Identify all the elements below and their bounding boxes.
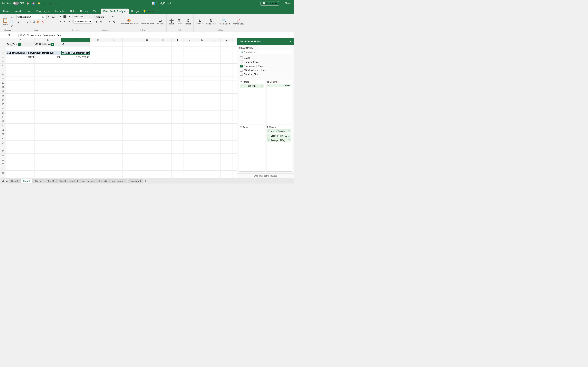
cell-j2[interactable] xyxy=(184,47,196,50)
cell-h2[interactable] xyxy=(155,47,172,50)
value-count-post[interactable]: ⠿ Count of Post_T... ⓘ xyxy=(267,134,291,138)
cell-k26[interactable] xyxy=(196,149,208,153)
cell-f1[interactable] xyxy=(122,42,139,46)
cell-e14[interactable] xyxy=(106,98,122,102)
cell-h10[interactable] xyxy=(155,81,172,85)
field-3s-checkbox[interactable] xyxy=(240,69,243,72)
cell-m28[interactable] xyxy=(221,158,233,162)
cell-a25[interactable] xyxy=(6,145,35,149)
cell-k11[interactable] xyxy=(196,85,208,89)
cell-i12[interactable] xyxy=(172,89,184,93)
copy-button[interactable]: 📄 xyxy=(9,20,14,24)
cell-c31[interactable] xyxy=(61,171,90,175)
sheet-tab-sheet3[interactable]: Sheet3 xyxy=(56,179,68,183)
cell-a29[interactable] xyxy=(6,162,35,166)
cell-d20[interactable] xyxy=(90,124,106,128)
currency-button[interactable]: $ xyxy=(95,20,99,24)
cell-b1[interactable]: (Multiple Items) ▾ xyxy=(35,42,61,46)
field-duration-checkbox[interactable] xyxy=(240,60,243,63)
cell-m5[interactable] xyxy=(221,59,233,63)
cell-n31[interactable] xyxy=(233,171,237,175)
cell-f7[interactable] xyxy=(122,68,139,72)
decrease-decimal-button[interactable]: .00↓ xyxy=(112,20,117,24)
cell-l9[interactable] xyxy=(208,76,221,81)
cell-g32[interactable] xyxy=(139,175,155,178)
cell-n13[interactable] xyxy=(233,94,237,98)
analyse-data-button[interactable]: 📈 Analyse Data xyxy=(232,16,245,27)
font-name-input[interactable] xyxy=(16,15,39,19)
cell-d6[interactable] xyxy=(90,64,106,68)
cell-h4[interactable] xyxy=(155,55,172,59)
cell-g8[interactable] xyxy=(139,72,155,76)
tab-design[interactable]: Design xyxy=(129,8,141,14)
cell-e20[interactable] xyxy=(106,124,122,128)
cut-button[interactable]: ✂ xyxy=(9,16,14,19)
cell-a8[interactable] xyxy=(6,72,35,76)
cell-e28[interactable] xyxy=(106,158,122,162)
autosave-pill[interactable] xyxy=(13,2,19,5)
cell-h6[interactable] xyxy=(155,64,172,68)
cell-c17[interactable] xyxy=(61,111,90,115)
cell-k25[interactable] xyxy=(196,145,208,149)
cell-k8[interactable] xyxy=(196,72,208,76)
delete-button[interactable]: 🗑 Delete xyxy=(176,16,183,27)
cell-d28[interactable] xyxy=(90,158,106,162)
cell-h11[interactable] xyxy=(155,85,172,89)
cell-f31[interactable] xyxy=(122,171,139,175)
cell-l30[interactable] xyxy=(208,166,221,170)
cell-k10[interactable] xyxy=(196,81,208,85)
cell-g5[interactable] xyxy=(139,59,155,63)
comma-button[interactable]: , xyxy=(104,20,108,24)
cell-a17[interactable] xyxy=(6,111,35,115)
cell-c30[interactable] xyxy=(61,166,90,170)
cell-e9[interactable] xyxy=(106,76,122,81)
cell-f23[interactable] xyxy=(122,136,139,141)
filter-dropdown-a1[interactable]: ▾ xyxy=(18,43,21,46)
cell-k27[interactable] xyxy=(196,154,208,158)
cell-b23[interactable] xyxy=(35,136,61,141)
field-duration-bins[interactable]: Duration_Bins xyxy=(239,72,292,76)
cell-g23[interactable] xyxy=(139,136,155,141)
redo-btn[interactable]: ↪ xyxy=(54,1,58,5)
cell-d24[interactable] xyxy=(90,141,106,145)
cell-d19[interactable] xyxy=(90,119,106,123)
cell-k15[interactable] xyxy=(196,102,208,106)
cell-h17[interactable] xyxy=(155,111,172,115)
sheet-tab-age-gender[interactable]: age_gender xyxy=(80,179,97,183)
cell-n5[interactable] xyxy=(233,59,237,63)
cell-n11[interactable] xyxy=(233,85,237,89)
cell-e5[interactable] xyxy=(106,59,122,63)
cell-g29[interactable] xyxy=(139,162,155,166)
cell-d9[interactable] xyxy=(90,76,106,81)
cell-b21[interactable] xyxy=(35,128,61,132)
cell-c13[interactable] xyxy=(61,94,90,98)
cell-h24[interactable] xyxy=(155,141,172,145)
cell-n21[interactable] xyxy=(233,128,237,132)
cell-h18[interactable] xyxy=(155,115,172,119)
cell-a24[interactable] xyxy=(6,141,35,145)
cell-f15[interactable] xyxy=(122,102,139,106)
cell-a30[interactable] xyxy=(6,166,35,170)
cell-i1[interactable] xyxy=(172,42,184,46)
cell-h14[interactable] xyxy=(155,98,172,102)
tab-data[interactable]: Data xyxy=(68,8,78,14)
cell-f4[interactable] xyxy=(122,55,139,59)
cell-j15[interactable] xyxy=(184,102,196,106)
cell-l31[interactable] xyxy=(208,171,221,175)
filter-dropdown-b1[interactable]: ▾ xyxy=(51,43,54,46)
cell-i2[interactable] xyxy=(172,47,184,50)
cell-n25[interactable] xyxy=(233,145,237,149)
cell-a9[interactable] xyxy=(6,76,35,81)
cell-d8[interactable] xyxy=(90,72,106,76)
cell-m23[interactable] xyxy=(221,136,233,141)
cell-g22[interactable] xyxy=(139,132,155,136)
col-header-f[interactable]: F xyxy=(122,38,139,42)
cell-c16[interactable] xyxy=(61,106,90,110)
cell-l13[interactable] xyxy=(208,94,221,98)
cell-m9[interactable] xyxy=(221,76,233,81)
cell-k7[interactable] xyxy=(196,68,208,72)
cell-a1[interactable]: Post_Type ▾ xyxy=(6,42,35,46)
cell-a16[interactable] xyxy=(6,106,35,110)
cell-n8[interactable] xyxy=(233,72,237,76)
cell-b2[interactable] xyxy=(35,47,61,50)
